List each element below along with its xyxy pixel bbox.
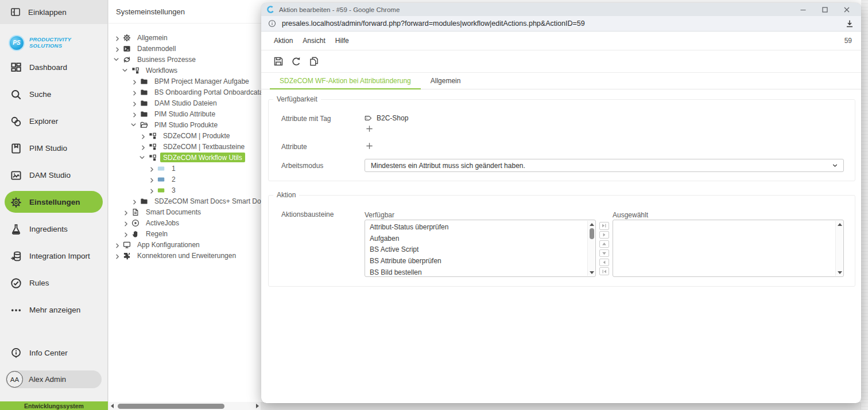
available-list-scrollbar[interactable] xyxy=(587,221,595,276)
chevron-collapsed-icon[interactable] xyxy=(115,253,120,258)
tag-chip-b2c-shop[interactable]: B2C-Shop xyxy=(365,114,408,122)
list-item-aufgaben[interactable]: Aufgaben xyxy=(365,233,587,244)
chevron-collapsed-icon[interactable] xyxy=(141,133,146,138)
sidebar-item-ingredients[interactable]: Ingredients xyxy=(0,216,107,243)
chevron-collapsed-icon[interactable] xyxy=(149,166,154,171)
maximize-button[interactable] xyxy=(816,3,834,16)
puzzle-icon xyxy=(123,252,131,260)
tree-item-label: DAM Studio Dateien xyxy=(152,98,220,108)
scrollbar-thumb[interactable] xyxy=(118,404,224,409)
chrome-popup-window: Aktion bearbeiten - #59 - Google Chrome … xyxy=(261,3,861,403)
close-button[interactable] xyxy=(838,3,855,16)
minimize-button[interactable] xyxy=(795,3,812,16)
sidebar: Einklappen PS PRODUCTIVITY SOLUTIONS Das… xyxy=(0,0,108,410)
chevron-collapsed-icon[interactable] xyxy=(132,79,137,84)
move-all-left-button[interactable] xyxy=(599,267,609,275)
sidebar-item-mehr-anzeigen[interactable]: Mehr anzeigen xyxy=(0,296,107,323)
tree-panel-title: Systemeinstellungen xyxy=(116,7,185,16)
chevron-collapsed-icon[interactable] xyxy=(115,35,120,40)
url-text[interactable]: presales.localhost/admin/forward.php?for… xyxy=(282,19,839,28)
chevron-expanded-icon[interactable] xyxy=(123,68,129,73)
chevron-expanded-icon[interactable] xyxy=(141,155,146,160)
sidebar-collapse-button[interactable]: Einklappen xyxy=(0,0,107,24)
color-swatch-icon xyxy=(157,165,165,173)
chevron-expanded-icon[interactable] xyxy=(132,122,137,127)
page-scrollbar[interactable] xyxy=(861,0,868,410)
move-down-button[interactable] xyxy=(599,249,609,257)
move-left-button[interactable] xyxy=(599,259,609,267)
list-item-attribut-status-berpr-fen[interactable]: Attribut-Status überprüfen xyxy=(365,221,587,233)
chevron-collapsed-icon[interactable] xyxy=(123,209,129,214)
brand[interactable]: PS PRODUCTIVITY SOLUTIONS xyxy=(0,24,107,54)
tab-sdzecom-wf-aktion-bei-attribut-nderung[interactable]: SDZeCOM WF-Aktion bei Attributänderung xyxy=(270,73,421,89)
tree-item-label: Konnektoren und Erweiterungen xyxy=(134,251,239,260)
sidebar-item-einstellungen[interactable]: Einstellungen xyxy=(0,189,107,216)
menu-aktion[interactable]: Aktion xyxy=(274,37,293,45)
chevron-collapsed-icon[interactable] xyxy=(115,242,120,247)
undo-button[interactable] xyxy=(290,56,302,67)
sidebar-item-pim-studio[interactable]: PIM Studio xyxy=(0,135,107,162)
tabs-row: SDZeCOM WF-Aktion bei AttributänderungAl… xyxy=(261,73,861,89)
chevron-collapsed-icon[interactable] xyxy=(132,89,137,95)
sidebar-item-integration-import[interactable]: Integration Import xyxy=(0,243,107,270)
chevron-collapsed-icon[interactable] xyxy=(132,198,137,204)
chevron-collapsed-icon[interactable] xyxy=(123,231,129,236)
sidebar-item-info-center[interactable]: Info Center xyxy=(0,339,107,366)
sidebar-item-rules[interactable]: Rules xyxy=(0,270,107,296)
chevron-collapsed-icon[interactable] xyxy=(149,177,154,182)
window-titlebar[interactable]: Aktion bearbeiten - #59 - Google Chrome xyxy=(261,3,861,16)
tab-label: SDZeCOM WF-Aktion bei Attributänderung xyxy=(280,77,411,85)
address-bar[interactable]: presales.localhost/admin/forward.php?for… xyxy=(261,16,861,32)
chevron-collapsed-icon[interactable] xyxy=(115,46,120,51)
folder-open-icon xyxy=(140,121,148,129)
scroll-down-arrow-icon[interactable] xyxy=(588,269,595,276)
scroll-up-arrow-icon[interactable] xyxy=(588,221,595,228)
download-icon[interactable] xyxy=(845,19,854,28)
arbeitsmodus-select[interactable]: Mindestens ein Attribut muss sich geände… xyxy=(365,159,844,172)
scroll-right-arrow-icon[interactable] xyxy=(254,402,261,410)
cycle-icon xyxy=(123,56,131,64)
menu-ansicht[interactable]: Ansicht xyxy=(303,37,325,45)
sidebar-item-dam-studio[interactable]: DAM Studio xyxy=(0,162,107,189)
chevron-collapsed-icon[interactable] xyxy=(149,188,154,193)
list-item-bs-active-script[interactable]: BS Active Script xyxy=(365,244,587,256)
add-tag-button[interactable] xyxy=(365,124,374,134)
chevron-expanded-icon[interactable] xyxy=(115,57,120,62)
tree-item-label: PIM Studio Produkte xyxy=(152,120,220,130)
move-right-button[interactable] xyxy=(599,231,609,239)
available-list-items: Attribut-Status überprüfenAufgabenBS Act… xyxy=(365,221,587,277)
available-listbox[interactable]: Attribut-Status überprüfenAufgabenBS Act… xyxy=(365,220,596,277)
field-label-arbeitsmodus: Arbeitsmodus xyxy=(281,162,323,170)
chevron-collapsed-icon[interactable] xyxy=(132,111,137,116)
chevron-collapsed-icon[interactable] xyxy=(132,100,137,106)
page-info-icon[interactable] xyxy=(268,19,276,28)
sidebar-item-explorer[interactable]: Explorer xyxy=(0,108,107,135)
scroll-left-arrow-icon[interactable] xyxy=(108,402,115,410)
sidebar-item-suche[interactable]: Suche xyxy=(0,81,107,108)
selected-listbox[interactable] xyxy=(613,220,844,277)
favicon-icon xyxy=(267,6,274,13)
scrollbar-thumb[interactable] xyxy=(590,228,594,239)
save-button[interactable] xyxy=(273,56,284,67)
copy-button[interactable] xyxy=(308,56,320,67)
move-all-right-button[interactable] xyxy=(599,222,609,230)
available-list-header: Verfügbar xyxy=(365,211,394,219)
add-attribute-button[interactable] xyxy=(365,142,374,151)
scroll-down-arrow-icon[interactable] xyxy=(836,269,843,276)
blocks-icon xyxy=(149,154,157,162)
scroll-up-arrow-icon[interactable] xyxy=(836,221,843,228)
selected-list-scrollbar[interactable] xyxy=(835,221,843,276)
sidebar-item-dashboard[interactable]: Dashboard xyxy=(0,54,107,81)
menu-hilfe[interactable]: Hilfe xyxy=(335,37,349,45)
search-icon xyxy=(10,89,22,100)
chevron-collapsed-icon[interactable] xyxy=(123,220,129,225)
chevron-collapsed-icon[interactable] xyxy=(141,144,146,149)
user-menu[interactable]: AA Alex Admin xyxy=(6,370,102,388)
list-item-bs-attribute-berpr-fen[interactable]: BS Attribute überprüfen xyxy=(365,255,587,267)
sidebar-item-label: PIM Studio xyxy=(29,144,67,153)
tab-allgemein[interactable]: Allgemein xyxy=(421,73,471,89)
move-up-button[interactable] xyxy=(599,240,609,248)
tree-horizontal-scrollbar[interactable] xyxy=(108,402,261,410)
list-item-bs-bild-bestellen[interactable]: BS Bild bestellen xyxy=(365,267,587,277)
info-icon xyxy=(10,347,22,359)
